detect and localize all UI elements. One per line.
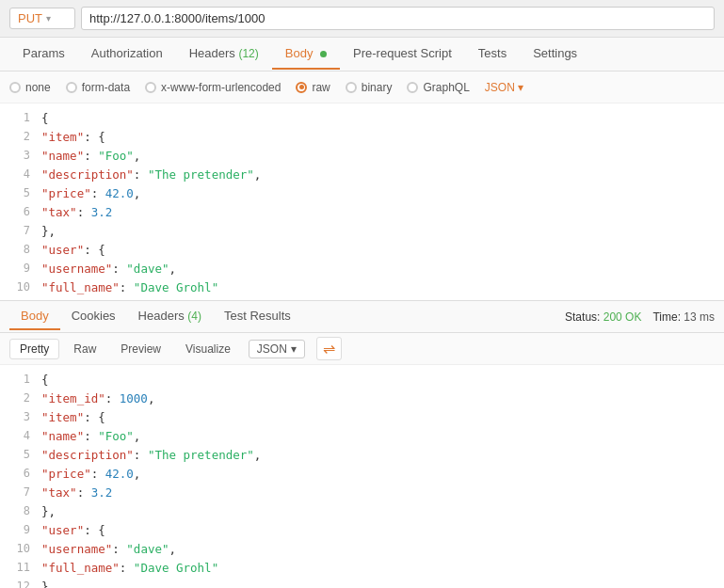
code-content: "name": "Foo", (41, 427, 716, 446)
code-content: "price": 42.0, (41, 184, 716, 203)
url-input[interactable] (81, 7, 715, 30)
line-number: 3 (8, 147, 30, 165)
json-format-select[interactable]: JSON ▾ (485, 81, 523, 94)
code-line: 1{ (0, 371, 724, 389)
code-content: "item_id": 1000, (41, 389, 716, 408)
radio-graphql[interactable]: GraphQL (407, 81, 469, 94)
format-bar: Pretty Raw Preview Visualize JSON ▾ ⇌ (0, 333, 724, 365)
format-pretty[interactable]: Pretty (9, 339, 59, 359)
tab-body[interactable]: Body (272, 39, 340, 70)
line-number: 8 (8, 241, 30, 259)
code-content: "description": "The pretender", (41, 166, 716, 184)
method-label: PUT (18, 11, 42, 25)
code-line: 1{ (0, 109, 724, 128)
line-number: 1 (8, 109, 30, 127)
tab-pre-request[interactable]: Pre-request Script (340, 39, 465, 70)
code-line: 6 "price": 42.0, (0, 465, 724, 484)
code-content: "name": "Foo", (41, 147, 716, 166)
radio-binary-circle (346, 82, 357, 93)
request-code-editor[interactable]: 1{2 "item": {3 "name": "Foo",4 "descript… (0, 103, 724, 301)
format-raw[interactable]: Raw (63, 339, 106, 359)
code-content: "tax": 3.2 (41, 203, 716, 222)
response-tab-test-results[interactable]: Test Results (213, 303, 302, 330)
radio-urlencoded[interactable]: x-www-form-urlencoded (145, 81, 281, 94)
code-line: 11 "full_name": "Dave Grohl" (0, 559, 724, 578)
code-content: { (41, 371, 716, 389)
tab-params[interactable]: Params (9, 39, 78, 70)
url-bar: PUT ▾ (0, 0, 724, 38)
line-number: 4 (8, 427, 30, 445)
body-dot (320, 51, 327, 57)
code-content: "item": { (41, 128, 716, 147)
radio-form-data[interactable]: form-data (66, 81, 130, 94)
code-line: 6 "tax": 3.2 (0, 203, 724, 222)
headers-badge: (12) (238, 47, 258, 60)
status-label: Status: 200 OK (565, 310, 641, 324)
line-number: 2 (8, 389, 30, 407)
code-content: }, (41, 222, 716, 241)
code-line: 4 "name": "Foo", (0, 427, 724, 446)
line-number: 7 (8, 484, 30, 501)
format-preview[interactable]: Preview (110, 339, 171, 359)
code-content: "item": { (41, 408, 716, 427)
response-format-select[interactable]: JSON ▾ (249, 340, 305, 358)
time-value: 13 ms (684, 310, 715, 324)
code-line: 10 "username": "dave", (0, 540, 724, 559)
code-line: 8 }, (0, 502, 724, 521)
radio-raw[interactable]: raw (296, 81, 330, 94)
code-line: 9 "username": "dave", (0, 260, 724, 278)
code-line: 7 }, (0, 222, 724, 241)
code-content: "username": "dave", (41, 540, 716, 559)
line-number: 12 (8, 578, 30, 588)
code-line: 3 "item": { (0, 408, 724, 427)
code-line: 12 } (0, 578, 724, 588)
code-content: }, (41, 502, 716, 521)
body-type-bar: none form-data x-www-form-urlencoded raw… (0, 72, 724, 103)
line-number: 9 (8, 260, 30, 278)
code-content: "price": 42.0, (41, 465, 716, 484)
tab-headers[interactable]: Headers (12) (176, 39, 272, 70)
line-number: 7 (8, 222, 30, 240)
wrap-button[interactable]: ⇌ (316, 337, 342, 360)
method-chevron-icon: ▾ (46, 13, 51, 24)
time-label: Time: 13 ms (652, 310, 715, 324)
line-number: 6 (8, 203, 30, 221)
radio-binary[interactable]: binary (346, 81, 393, 94)
response-headers-badge: (4) (187, 310, 201, 323)
line-number: 11 (8, 559, 30, 577)
code-content: "full_name": "Dave Grohl" (41, 278, 716, 297)
response-format-chevron-icon: ▾ (291, 342, 297, 356)
response-tab-headers[interactable]: Headers (4) (127, 303, 213, 330)
tab-authorization[interactable]: Authorization (78, 39, 176, 70)
code-content: } (41, 578, 716, 588)
response-tab-body[interactable]: Body (9, 303, 60, 330)
line-number: 10 (8, 278, 30, 296)
tab-tests[interactable]: Tests (465, 39, 520, 70)
line-number: 10 (8, 540, 30, 558)
code-content: "tax": 3.2 (41, 484, 716, 502)
method-select[interactable]: PUT ▾ (9, 8, 75, 29)
json-format-label: JSON (485, 81, 515, 94)
response-code-editor[interactable]: 1{2 "item_id": 1000,3 "item": {4 "name":… (0, 365, 724, 588)
code-content: "full_name": "Dave Grohl" (41, 559, 716, 578)
radio-none[interactable]: none (9, 81, 51, 94)
line-number: 6 (8, 465, 30, 483)
code-line: 10 "full_name": "Dave Grohl" (0, 278, 724, 297)
code-line: 9 "user": { (0, 521, 724, 540)
code-line: 7 "tax": 3.2 (0, 484, 724, 502)
format-visualize[interactable]: Visualize (175, 339, 241, 359)
code-line: 3 "name": "Foo", (0, 147, 724, 166)
line-number: 5 (8, 184, 30, 202)
response-tab-cookies[interactable]: Cookies (60, 303, 127, 330)
json-chevron-icon: ▾ (518, 81, 523, 94)
line-number: 5 (8, 446, 30, 464)
line-number: 2 (8, 128, 30, 146)
response-tabs: Body Cookies Headers (4) Test Results St… (0, 301, 724, 333)
code-content: "user": { (41, 241, 716, 260)
code-content: "description": "The pretender", (41, 446, 716, 465)
code-line: 5 "price": 42.0, (0, 184, 724, 203)
code-line: 2 "item_id": 1000, (0, 389, 724, 408)
tab-settings[interactable]: Settings (520, 39, 590, 70)
line-number: 1 (8, 371, 30, 389)
code-line: 8 "user": { (0, 241, 724, 260)
